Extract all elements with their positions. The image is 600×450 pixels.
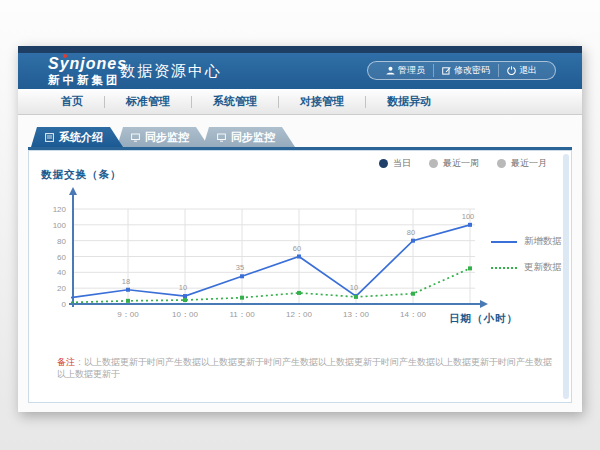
chart-legend: 新增数据 更新数据 (491, 235, 562, 274)
note-text: 以上数据更新于时间产生数据以上数据更新于时间产生数据以上数据更新于时间产生数据以… (57, 357, 552, 379)
legend-label: 新增数据 (524, 235, 562, 248)
svg-text:日期（小时）: 日期（小时） (449, 312, 518, 325)
filter-label: 最近一周 (443, 157, 479, 170)
legend-label: 更新数据 (524, 261, 562, 274)
tab-label: 同步监控 (231, 130, 275, 145)
filter-label: 最近一月 (511, 157, 547, 170)
svg-text:60: 60 (57, 253, 66, 262)
change-password-label: 修改密码 (454, 64, 490, 77)
legend-item-update-data: 更新数据 (491, 261, 562, 274)
tab-label: 同步监控 (145, 130, 189, 145)
svg-text:120: 120 (53, 205, 67, 214)
monitor-icon (131, 133, 140, 142)
tab-sync-monitor-2[interactable]: 同步监控 (203, 127, 295, 147)
svg-text:14：00: 14：00 (400, 310, 426, 319)
svg-text:80: 80 (407, 228, 415, 237)
svg-text:35: 35 (236, 263, 244, 272)
tab-bar: 系统介绍 同步监控 同步监控 (31, 127, 289, 147)
svg-text:11：00: 11：00 (229, 310, 255, 319)
line-chart: 0204060801001209：0010：0011：0012：0013：001… (37, 184, 567, 364)
tab-system-intro[interactable]: 系统介绍 (31, 127, 123, 147)
chart-panel: 当日 最近一周 最近一月 数据交换（条） 0204060801001209：00… (28, 150, 572, 403)
user-menu: 管理员 修改密码 退出 (367, 61, 556, 80)
time-range-filter: 当日 最近一周 最近一月 (379, 157, 547, 170)
svg-text:80: 80 (57, 237, 66, 246)
chart-container: 0204060801001209：0010：0011：0012：0013：001… (37, 184, 567, 364)
radio-icon (429, 159, 438, 168)
app-window: Synjones 新中新集团 数据资源中心 管理员 修改密码 退出 首页 标准管… (18, 46, 582, 412)
power-icon (507, 66, 516, 75)
brand-logo: Synjones 新中新集团 (48, 55, 127, 88)
admin-user-label: 管理员 (398, 64, 425, 77)
svg-text:100: 100 (462, 212, 475, 221)
logout-label: 退出 (519, 64, 537, 77)
change-password-button[interactable]: 修改密码 (433, 64, 498, 77)
svg-text:10: 10 (350, 283, 358, 292)
legend-item-new-data: 新增数据 (491, 235, 562, 248)
svg-text:0: 0 (62, 300, 67, 309)
svg-text:40: 40 (57, 268, 66, 277)
admin-user-button[interactable]: 管理员 (378, 64, 433, 77)
svg-text:10：00: 10：00 (172, 310, 198, 319)
filter-last-week[interactable]: 最近一周 (429, 157, 479, 170)
radio-icon (497, 159, 506, 168)
page-title: 数据资源中心 (120, 62, 222, 81)
nav-item-system-mgmt[interactable]: 系统管理 (192, 94, 278, 109)
note-prefix: 备注 (57, 357, 75, 367)
dotted-line-icon (491, 267, 517, 269)
tab-sync-monitor-1[interactable]: 同步监控 (117, 127, 209, 147)
svg-text:9：00: 9：00 (117, 310, 139, 319)
svg-text:20: 20 (57, 284, 66, 293)
solid-line-icon (491, 241, 517, 243)
logout-button[interactable]: 退出 (498, 64, 545, 77)
footer-note: 备注：以上数据更新于时间产生数据以上数据更新于时间产生数据以上数据更新于时间产生… (57, 357, 555, 380)
main-nav: 首页 标准管理 系统管理 对接管理 数据异动 (18, 89, 582, 115)
note-separator: ： (75, 357, 84, 367)
logo-text: Synjones (48, 55, 127, 73)
edit-icon (442, 66, 451, 75)
monitor-icon (217, 133, 226, 142)
content-area: 系统介绍 同步监控 同步监控 当日 最近一周 (18, 115, 582, 412)
filter-last-month[interactable]: 最近一月 (497, 157, 547, 170)
svg-text:12：00: 12：00 (286, 310, 312, 319)
logo-subtext: 新中新集团 (48, 73, 127, 88)
nav-item-home[interactable]: 首页 (40, 94, 104, 109)
svg-text:13：00: 13：00 (343, 310, 369, 319)
radio-icon (379, 159, 388, 168)
nav-item-interface-mgmt[interactable]: 对接管理 (279, 94, 365, 109)
nav-item-data-change[interactable]: 数据异动 (366, 94, 452, 109)
header-bar: Synjones 新中新集团 数据资源中心 管理员 修改密码 退出 (18, 53, 582, 89)
document-icon (45, 133, 54, 142)
svg-text:100: 100 (53, 221, 67, 230)
filter-today[interactable]: 当日 (379, 157, 411, 170)
svg-text:10: 10 (179, 283, 187, 292)
svg-text:60: 60 (293, 244, 301, 253)
y-axis-title: 数据交换（条） (41, 168, 122, 182)
user-icon (386, 66, 395, 75)
logo-red-dot-icon (63, 54, 67, 58)
filter-label: 当日 (393, 157, 411, 170)
tab-label: 系统介绍 (59, 130, 103, 145)
top-strip (18, 46, 582, 53)
nav-item-standard-mgmt[interactable]: 标准管理 (105, 94, 191, 109)
svg-text:18: 18 (122, 277, 130, 286)
